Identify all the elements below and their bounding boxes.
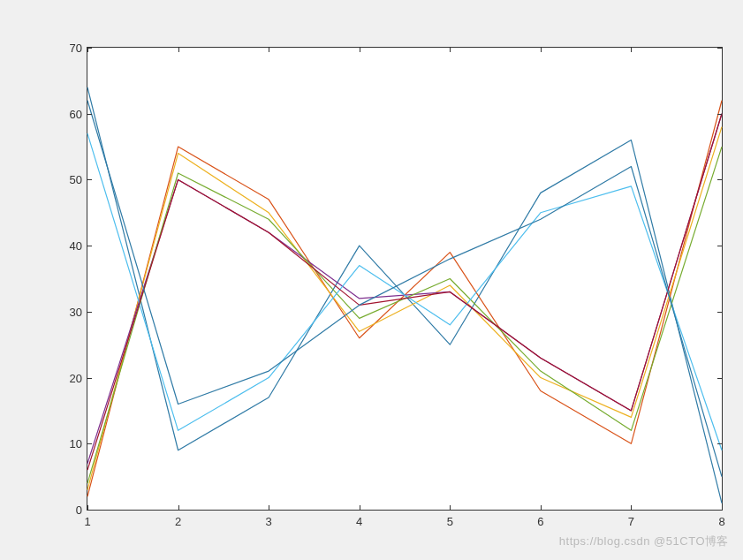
y-tick [87, 179, 92, 180]
y-tick [87, 312, 92, 313]
y-tick [717, 246, 722, 246]
x-tick [178, 48, 179, 52]
y-tick [87, 378, 92, 379]
y-tick-label: 30 [70, 305, 82, 318]
x-tick-label: 3 [266, 515, 272, 528]
y-tick-label: 40 [70, 239, 82, 253]
x-tick [360, 48, 360, 52]
x-tick [87, 505, 88, 510]
x-tick [631, 505, 632, 510]
line-series [87, 114, 722, 464]
y-tick-label: 20 [70, 371, 82, 384]
x-tick [631, 48, 632, 52]
y-tick [717, 179, 722, 180]
line-series [87, 147, 722, 483]
x-tick-label: 1 [84, 515, 90, 528]
x-tick-label: 2 [175, 515, 181, 528]
x-tick-label: 6 [537, 515, 543, 528]
axes[interactable]: 01020304050607012345678 [87, 47, 723, 511]
x-tick [722, 48, 723, 52]
y-tick [717, 510, 722, 511]
line-series [87, 127, 722, 490]
x-tick-label: 5 [447, 515, 453, 528]
y-tick [717, 312, 722, 313]
watermark: https://blog.csdn @51CTO博客 [559, 534, 729, 549]
x-tick-label: 7 [628, 515, 634, 528]
x-tick [450, 505, 451, 510]
y-tick [87, 443, 92, 444]
x-tick [269, 48, 269, 52]
line-series [87, 101, 722, 477]
x-tick [450, 48, 451, 52]
chart-lines [87, 48, 722, 510]
y-tick-label: 70 [70, 42, 82, 55]
x-tick [541, 505, 542, 510]
y-tick-label: 50 [70, 173, 82, 186]
y-tick [87, 114, 92, 115]
line-series [87, 114, 722, 470]
figure-window: 01020304050607012345678 https://blog.csd… [7, 7, 736, 553]
y-tick-label: 60 [70, 107, 82, 120]
y-tick [717, 378, 722, 379]
y-tick [717, 114, 722, 115]
x-tick-label: 4 [356, 515, 362, 528]
x-tick [87, 48, 88, 52]
x-tick-label: 8 [718, 515, 724, 528]
x-tick [360, 505, 360, 510]
x-tick [722, 505, 723, 510]
y-tick-label: 10 [70, 437, 82, 450]
x-tick [541, 48, 542, 52]
x-tick [269, 505, 269, 510]
y-tick [87, 510, 92, 511]
y-tick-label: 0 [76, 503, 82, 517]
x-tick [178, 505, 179, 510]
plot-area[interactable]: 01020304050607012345678 [87, 47, 723, 511]
y-tick [717, 443, 722, 444]
y-tick [87, 246, 92, 246]
